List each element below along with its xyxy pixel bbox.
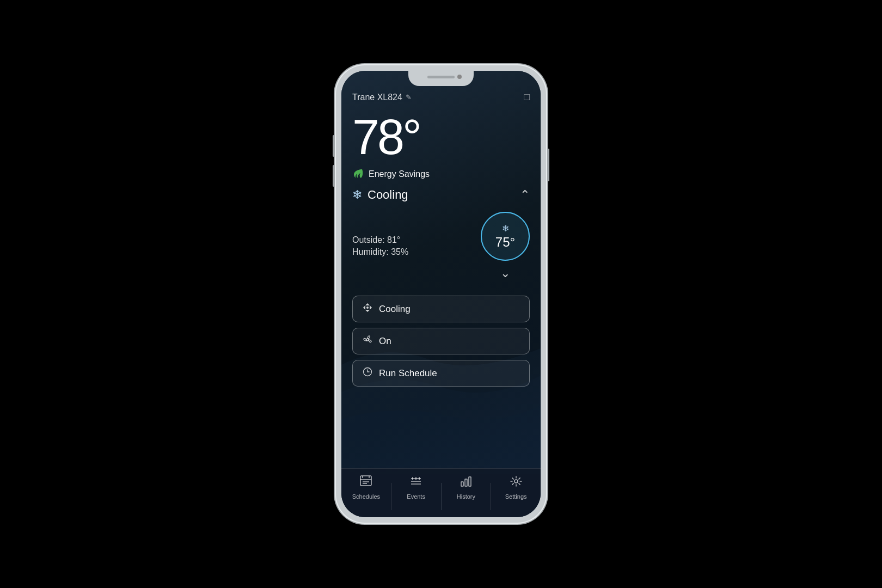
nav-events[interactable]: Events — [391, 475, 441, 500]
fan-icon — [363, 335, 372, 347]
mode-label: Cooling — [367, 188, 408, 202]
phone-screen: Trane XL824 ✎ □ 78° Energy Savings — [341, 71, 541, 517]
svg-point-0 — [366, 307, 369, 309]
svg-rect-17 — [469, 477, 471, 486]
temp-up-button[interactable]: ⌃ — [520, 188, 530, 202]
leaf-icon — [352, 168, 364, 180]
mode-row: ❄ Cooling ⌃ — [352, 188, 530, 202]
current-temperature: 78° — [352, 113, 530, 162]
power-button[interactable] — [547, 149, 549, 181]
cooling-mode-icon — [363, 303, 372, 315]
snowflake-icon-circle: ❄ — [502, 223, 509, 234]
nav-settings[interactable]: Settings — [491, 475, 541, 500]
temp-down-button[interactable]: ⌄ — [500, 266, 510, 280]
events-icon — [409, 475, 422, 491]
nav-schedules[interactable]: Schedules — [341, 475, 391, 500]
humidity: Humidity: 35% — [352, 247, 408, 257]
svg-rect-16 — [465, 479, 467, 486]
mode-left: ❄ Cooling — [352, 188, 408, 202]
settings-icon — [510, 475, 523, 491]
target-temperature: 75° — [495, 235, 515, 250]
edit-icon[interactable]: ✎ — [406, 93, 412, 101]
volume-up-button[interactable] — [333, 135, 335, 157]
camera — [457, 75, 462, 79]
snowflake-icon-large: ❄ — [352, 188, 362, 202]
events-label: Events — [407, 493, 425, 500]
target-temp-wrapper: ❄ 75° ⌄ — [481, 212, 530, 280]
speaker — [427, 76, 455, 78]
history-icon — [460, 475, 473, 491]
notch — [408, 71, 474, 86]
run-schedule-button[interactable]: Run Schedule — [352, 360, 530, 387]
bottom-navigation: Schedules Even — [341, 468, 541, 517]
schedule-button-label: Run Schedule — [379, 368, 437, 379]
header-right-icon[interactable]: □ — [524, 91, 530, 103]
schedules-icon — [359, 475, 372, 491]
control-buttons: Cooling On — [352, 296, 530, 387]
energy-savings-row: Energy Savings — [352, 168, 530, 180]
svg-point-18 — [514, 480, 518, 483]
settings-label: Settings — [505, 493, 527, 500]
outside-temp: Outside: 81° — [352, 235, 408, 245]
schedule-icon — [363, 367, 372, 379]
main-content: 78° Energy Savings ❄ Cooling — [341, 107, 541, 517]
fan-on-button[interactable]: On — [352, 328, 530, 354]
phone-device: Trane XL824 ✎ □ 78° Energy Savings — [335, 64, 547, 524]
thermostat-title: Trane XL824 — [352, 93, 402, 102]
screen-content: Trane XL824 ✎ □ 78° Energy Savings — [341, 71, 541, 517]
header-title-group: Trane XL824 ✎ — [352, 93, 412, 102]
on-button-label: On — [379, 336, 391, 347]
svg-rect-3 — [360, 476, 371, 486]
cooling-button-label: Cooling — [379, 304, 411, 315]
history-label: History — [457, 493, 475, 500]
outside-info: Outside: 81° Humidity: 35% — [352, 235, 408, 257]
target-temp-circle[interactable]: ❄ 75° — [481, 212, 530, 261]
nav-history[interactable]: History — [442, 475, 491, 500]
cooling-mode-button[interactable]: Cooling — [352, 296, 530, 322]
info-temp-row: Outside: 81° Humidity: 35% ❄ 75° ⌄ — [352, 212, 530, 280]
energy-savings-label: Energy Savings — [369, 169, 430, 179]
svg-rect-15 — [461, 482, 463, 486]
schedules-label: Schedules — [352, 493, 380, 500]
volume-down-button[interactable] — [333, 165, 335, 187]
